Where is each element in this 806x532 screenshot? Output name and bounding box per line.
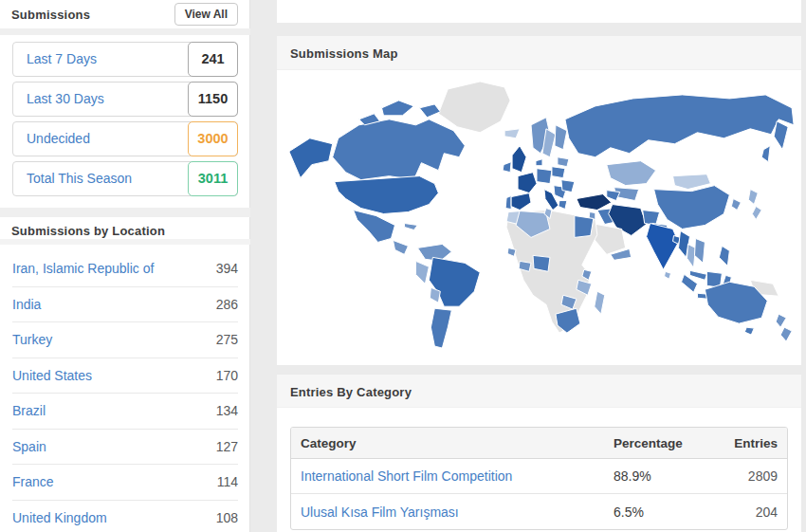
location-link-iran[interactable]: Iran, Islamic Republic of (12, 251, 154, 286)
column-header-entries: Entries (708, 436, 787, 450)
location-row: Brazil 134 (12, 394, 238, 430)
country-argentina[interactable] (430, 308, 451, 348)
world-choropleth-svg (277, 70, 801, 364)
location-link-brazil[interactable]: Brazil (12, 394, 46, 429)
location-count: 127 (216, 430, 238, 465)
country-india[interactable] (647, 223, 679, 269)
country-united-states-alaska[interactable] (289, 138, 333, 178)
country-greenland[interactable] (438, 82, 510, 133)
location-count: 275 (216, 322, 238, 358)
divider (0, 208, 250, 217)
country-egypt[interactable] (575, 216, 594, 238)
location-row: Spain 127 (12, 430, 238, 466)
country-germany[interactable] (537, 169, 552, 184)
stat-value-badge: 3011 (188, 161, 238, 196)
location-row: Turkey 275 (12, 322, 238, 358)
view-all-button[interactable]: View All (174, 3, 238, 26)
location-link-turkey[interactable]: Turkey (12, 322, 52, 358)
column-header-category: Category (291, 436, 614, 450)
previous-card-bottom (277, 0, 801, 23)
country-afghanistan[interactable] (643, 211, 660, 226)
stat-value-badge: 3000 (188, 121, 238, 156)
category-percentage: 88.9% (614, 468, 708, 484)
submissions-map-title: Submissions Map (277, 36, 801, 61)
location-link-spain[interactable]: Spain (12, 430, 46, 465)
country-greece[interactable] (559, 201, 567, 210)
location-row: India 286 (12, 287, 238, 323)
country-spain[interactable] (511, 193, 531, 211)
country-china[interactable] (654, 186, 730, 229)
country-nigeria[interactable] (533, 255, 550, 271)
stat-link-last-7-days[interactable]: Last 7 Days (27, 43, 97, 76)
country-new-zealand[interactable] (776, 314, 792, 341)
divider (0, 239, 250, 245)
country-turkey[interactable] (577, 194, 612, 211)
country-senegal[interactable] (507, 248, 516, 256)
entries-by-category-card: Entries By Category Category Percentage … (277, 375, 801, 532)
category-link-ulusal-kisa-film[interactable]: Ulusal Kısa Film Yarışması (301, 504, 459, 520)
country-russia[interactable] (565, 95, 794, 157)
stat-value-badge: 1150 (188, 82, 238, 117)
stat-link-total-this-season[interactable]: Total This Season (27, 162, 132, 195)
location-link-united-kingdom[interactable]: United Kingdom (12, 501, 107, 532)
location-count: 134 (216, 394, 238, 429)
country-thailand[interactable] (687, 244, 695, 267)
category-table: Category Percentage Entries Internationa… (290, 427, 788, 530)
location-count: 114 (217, 465, 238, 500)
stat-link-last-30-days[interactable]: Last 30 Days (27, 83, 104, 116)
country-romania[interactable] (561, 180, 575, 193)
sidebar: Submissions View All Last 7 Days 241 Las… (0, 0, 250, 532)
category-entries: 2809 (708, 468, 787, 484)
category-link-international-short-film[interactable]: International Short Film Competition (301, 468, 512, 484)
location-row: Iran, Islamic Republic of 394 (12, 251, 238, 287)
country-philippines[interactable] (719, 246, 729, 266)
location-count: 170 (216, 358, 238, 394)
country-mexico[interactable] (354, 211, 395, 243)
stat-link-undecided[interactable]: Undecided (27, 122, 90, 156)
country-finland[interactable] (555, 125, 567, 150)
location-count: 108 (216, 501, 238, 532)
country-mongolia[interactable] (673, 174, 711, 190)
category-table-row: International Short Film Competition 88.… (291, 459, 787, 494)
country-portugal[interactable] (505, 196, 511, 210)
country-vietnam-laos[interactable] (694, 238, 705, 263)
stat-card-total-this-season: Total This Season 3011 (12, 161, 238, 196)
country-australia-tasmania[interactable] (744, 327, 754, 335)
country-united-states[interactable] (335, 176, 439, 214)
location-link-united-states[interactable]: United States (12, 358, 92, 394)
country-france[interactable] (518, 173, 537, 193)
country-iceland[interactable] (504, 129, 520, 138)
country-cuba[interactable] (404, 223, 417, 229)
country-denmark[interactable] (536, 159, 542, 166)
column-header-percentage: Percentage (614, 436, 708, 450)
country-poland[interactable] (552, 167, 565, 178)
world-map (277, 70, 801, 364)
region-baltics[interactable] (558, 157, 569, 167)
region-caucasus[interactable] (607, 191, 620, 201)
country-malaysia[interactable] (689, 270, 706, 280)
location-row: United Kingdom 108 (12, 501, 238, 532)
stat-value-badge: 241 (188, 42, 238, 77)
category-table-row: Ulusal Kısa Film Yarışması 6.5% 204 (291, 494, 787, 529)
location-link-india[interactable]: India (12, 287, 41, 322)
divider (0, 28, 250, 35)
country-peru[interactable] (415, 261, 429, 284)
location-row: France 114 (12, 465, 238, 501)
country-sri-lanka[interactable] (665, 271, 671, 279)
country-united-kingdom[interactable] (512, 146, 526, 173)
submissions-map-header: Submissions Map (277, 36, 801, 70)
region-central-america[interactable] (393, 240, 408, 254)
country-canada[interactable] (333, 119, 466, 180)
country-kazakhstan[interactable] (607, 161, 656, 186)
stat-card-last-30-days: Last 30 Days 1150 (12, 82, 238, 117)
category-table-header-row: Category Percentage Entries (291, 428, 787, 459)
country-japan[interactable] (748, 190, 761, 220)
category-entries: 204 (708, 504, 787, 520)
stat-card-undecided: Undecided 3000 (12, 121, 238, 156)
location-count: 394 (216, 251, 238, 286)
country-south-korea[interactable] (731, 199, 741, 211)
country-ireland[interactable] (503, 162, 511, 173)
country-madagascar[interactable] (595, 291, 605, 314)
location-list: Iran, Islamic Republic of 394 India 286 … (0, 251, 250, 532)
location-link-france[interactable]: France (12, 465, 54, 500)
